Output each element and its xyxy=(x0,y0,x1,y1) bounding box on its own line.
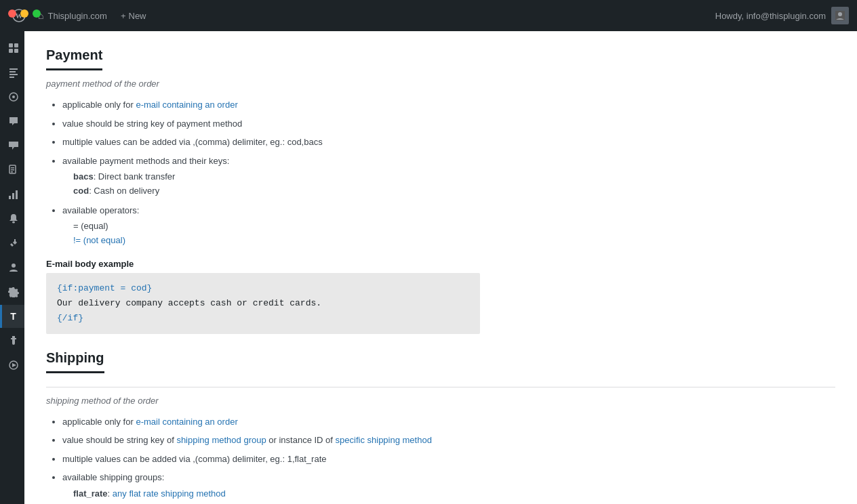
site-link[interactable]: ⌂ Thisplugin.com xyxy=(33,10,113,21)
svg-rect-9 xyxy=(9,71,16,72)
list-item: available payment methods and their keys… xyxy=(62,154,835,198)
svg-rect-16 xyxy=(11,169,14,171)
sidebar-item-dashboard[interactable] xyxy=(0,37,24,60)
sidebar-item-woocommerce[interactable] xyxy=(0,134,24,157)
svg-rect-11 xyxy=(9,77,14,78)
shipping-groups-indent: flat_rate: any flat rate shipping method… xyxy=(73,487,835,504)
svg-rect-8 xyxy=(9,68,18,70)
svg-rect-18 xyxy=(9,196,11,199)
payment-title: Payment xyxy=(46,47,102,70)
sidebar-item-notifications[interactable] xyxy=(0,207,24,230)
sidebar-item-users[interactable] xyxy=(0,256,24,279)
svg-point-22 xyxy=(12,264,16,268)
svg-rect-17 xyxy=(11,171,13,173)
svg-rect-20 xyxy=(16,190,18,199)
traffic-light-yellow[interactable] xyxy=(20,9,28,18)
svg-rect-15 xyxy=(11,167,14,169)
sidebar-item-tools[interactable] xyxy=(0,232,24,255)
svg-rect-5 xyxy=(14,43,18,47)
shipping-bullets: applicable only for e-mail containing an… xyxy=(62,415,835,504)
payment-subtitle: payment method of the order xyxy=(46,79,835,89)
admin-bar-right: Howdy, info@thisplugin.com xyxy=(715,7,849,24)
payment-methods-indent: bacs: Direct bank transfer cod: Cash on … xyxy=(73,170,835,198)
example-label: E-mail body example xyxy=(46,259,835,269)
content-area: Payment payment method of the order appl… xyxy=(24,31,857,504)
svg-marker-24 xyxy=(12,363,16,367)
svg-point-3 xyxy=(838,12,842,16)
shipping-section: Shipping shipping method of the order ap… xyxy=(46,350,835,504)
svg-point-21 xyxy=(12,222,15,224)
sidebar-item-plugin-t[interactable]: T xyxy=(0,305,24,328)
list-item: cod: Cash on delivery xyxy=(73,186,159,196)
email-order-link[interactable]: e-mail containing an order xyxy=(136,100,237,110)
plus-icon: + xyxy=(121,11,126,21)
list-item: bacs: Direct bank transfer xyxy=(73,171,175,182)
traffic-light-green[interactable] xyxy=(33,9,41,18)
svg-rect-7 xyxy=(14,49,18,53)
svg-rect-19 xyxy=(12,193,14,199)
layout: T Payment payment method of the order ap… xyxy=(0,31,857,504)
sidebar-item-analytics[interactable] xyxy=(0,183,24,206)
sidebar-item-comments[interactable] xyxy=(0,110,24,133)
avatar[interactable] xyxy=(831,7,849,24)
payment-code-block: {if:payment = cod} Our delivery company … xyxy=(46,273,480,334)
shipping-title: Shipping xyxy=(46,350,104,373)
list-item: multiple values can be added via ,(comma… xyxy=(62,135,835,149)
sidebar-item-media[interactable] xyxy=(0,85,24,108)
sidebar-item-play[interactable] xyxy=(0,354,24,377)
operators-indent: = (equal) != (not equal) xyxy=(73,219,835,248)
sidebar: T xyxy=(0,31,24,504)
traffic-light-red[interactable] xyxy=(8,9,16,18)
list-item: available operators: = (equal) != (not e… xyxy=(62,204,835,248)
svg-rect-10 xyxy=(9,74,18,75)
list-item: applicable only for e-mail containing an… xyxy=(62,415,835,429)
site-name: Thisplugin.com xyxy=(47,11,106,21)
new-content-button[interactable]: + New xyxy=(115,11,152,21)
admin-bar: W ⌂ Thisplugin.com + New Howdy, info@thi… xyxy=(0,0,857,31)
howdy-text: Howdy, info@thisplugin.com xyxy=(715,11,826,21)
list-item: = (equal) xyxy=(73,221,108,231)
payment-section: Payment payment method of the order appl… xyxy=(46,47,835,334)
sidebar-item-pages[interactable] xyxy=(0,159,24,182)
plugin-t-label: T xyxy=(10,311,16,322)
shipping-method-group-link[interactable]: shipping method group xyxy=(176,435,266,445)
list-item: available shipping groups: flat_rate: an… xyxy=(62,471,835,504)
list-item: != (not equal) xyxy=(73,235,125,245)
shipping-divider xyxy=(46,387,835,387)
svg-rect-4 xyxy=(9,43,13,47)
list-item: value should be string key of payment me… xyxy=(62,117,835,131)
specific-shipping-method-link[interactable]: specific shipping method xyxy=(336,435,432,445)
new-label: New xyxy=(129,11,146,21)
sidebar-item-settings[interactable] xyxy=(0,280,24,303)
shipping-subtitle: shipping method of the order xyxy=(46,396,835,406)
svg-point-13 xyxy=(12,96,15,98)
list-item: flat_rate: any flat rate shipping method xyxy=(73,488,226,499)
flat-rate-link[interactable]: any flat rate shipping method xyxy=(113,488,226,499)
list-item: multiple values can be added via ,(comma… xyxy=(62,453,835,466)
sidebar-item-plugins[interactable] xyxy=(0,329,24,352)
shipping-email-order-link[interactable]: e-mail containing an order xyxy=(136,417,237,427)
main-content: Payment payment method of the order appl… xyxy=(24,31,857,504)
traffic-lights xyxy=(8,9,41,18)
svg-rect-6 xyxy=(9,49,13,53)
sidebar-item-posts[interactable] xyxy=(0,61,24,84)
not-equal-link[interactable]: != (not equal) xyxy=(73,235,125,245)
list-item: applicable only for e-mail containing an… xyxy=(62,98,835,112)
payment-bullets: applicable only for e-mail containing an… xyxy=(62,98,835,248)
list-item: value should be string key of shipping m… xyxy=(62,434,835,447)
